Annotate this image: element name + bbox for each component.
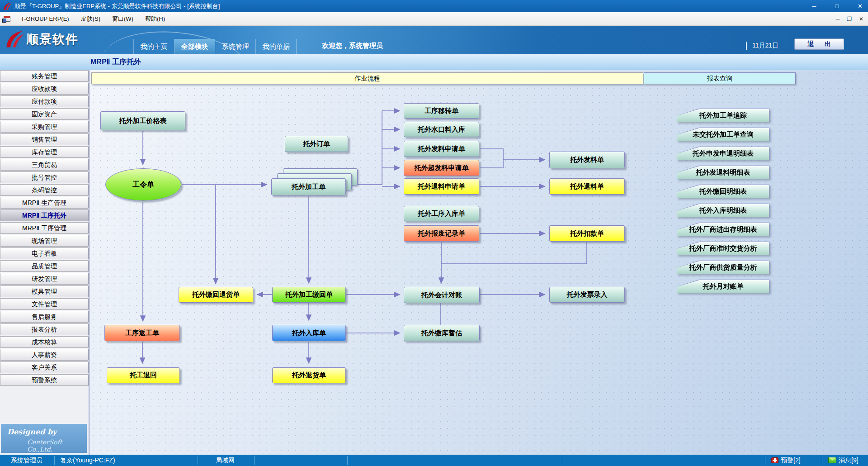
sidebar-item-after-sales[interactable]: 售后服务 — [0, 311, 89, 323]
report-button-issue-return-detail[interactable]: 托外发退料明细表 — [677, 166, 769, 179]
module-sidebar: 账务管理 应收款项 应付款项 固定资产 采购管理 销售管理 库存管理 三角贸易 … — [0, 70, 90, 455]
report-button-process-order-tracking[interactable]: 托外加工单追踪 — [677, 109, 769, 122]
report-button-vendor-in-out-stock-detail[interactable]: 托外厂商进出存明细表 — [677, 223, 769, 236]
child-restore-button[interactable]: ❐ — [847, 16, 852, 22]
flow-node-process-handback[interactable]: 托外加工缴回单 — [272, 287, 346, 303]
window-maximize-button[interactable]: □ — [835, 3, 839, 10]
sidebar-item-receivables[interactable]: 应收款项 — [0, 83, 89, 95]
status-network: 局域网 — [216, 455, 235, 466]
window-minimize-button[interactable]: ─ — [812, 3, 816, 10]
sidebar-item-mrp2-outsourcing[interactable]: MRPⅡ 工序托外 — [0, 209, 89, 221]
status-alert[interactable]: 预警[2] — [771, 455, 801, 466]
report-button-vendor-on-time-delivery[interactable]: 托外厂商准时交货分析 — [677, 242, 769, 255]
mdi-child-icon — [4, 16, 10, 22]
sidebar-item-mold[interactable]: 模具管理 — [0, 285, 89, 297]
menu-window[interactable]: 窗口(W) — [106, 12, 139, 26]
shunjing-logo-icon — [3, 2, 12, 11]
sidebar-item-triangle-trade[interactable]: 三角贸易 — [0, 159, 89, 171]
report-button-handback-detail[interactable]: 托外缴回明细表 — [677, 185, 769, 198]
tab-my-documents[interactable]: 我的单据 — [256, 39, 297, 54]
main-nav-tabs: 我的主页 全部模块 系统管理 我的单据 — [133, 39, 297, 54]
menu-help[interactable]: 帮助(H) — [139, 12, 171, 26]
tab-system-management[interactable]: 系统管理 — [215, 39, 256, 54]
flow-node-deduction-note[interactable]: 托外扣款单 — [549, 225, 625, 242]
flow-node-scrap-record[interactable]: 托外报废记录单 — [404, 225, 479, 242]
child-close-button[interactable]: ✕ — [859, 16, 863, 22]
window-title: 顺景『T-GROUP』制造业ERP系统 - 东莞顺景软件科技有限公司 - [系统… — [14, 2, 220, 10]
sidebar-item-hr-payroll[interactable]: 人事薪资 — [0, 349, 89, 361]
sidebar-item-barcode-control[interactable]: 条码管控 — [0, 184, 89, 196]
flow-node-invoice-entry[interactable]: 托外发票录入 — [549, 287, 625, 303]
first-aid-kit-icon — [771, 457, 778, 463]
current-date: 11月21日 — [746, 42, 778, 50]
brand-name: 顺景软件 — [26, 31, 79, 48]
flow-node-return-apply[interactable]: 托外退料申请单 — [404, 178, 479, 195]
flow-node-handback-return-goods[interactable]: 托外缴回退货单 — [179, 287, 253, 303]
sidebar-item-inventory[interactable]: 库存管理 — [0, 146, 89, 158]
flow-node-outsource-order[interactable]: 托外订单 — [285, 136, 348, 152]
window-titlebar: 顺景『T-GROUP』制造业ERP系统 - 东莞顺景软件科技有限公司 - [系统… — [0, 0, 868, 12]
flow-node-return-goods[interactable]: 托外退货单 — [272, 367, 346, 383]
report-button-apply-issue-return-detail[interactable]: 托外申发申退明细表 — [677, 147, 769, 160]
menu-skin[interactable]: 皮肤(S) — [75, 12, 106, 26]
sidebar-item-mrp2-process[interactable]: MRPⅡ 工序管理 — [0, 222, 89, 234]
flow-node-warehouse-in[interactable]: 托外入库单 — [272, 325, 346, 341]
menu-bar: T-GROUP ERP(E) 皮肤(S) 窗口(W) 帮助(H) ─ ❐ ✕ — [0, 12, 868, 26]
tab-all-modules[interactable]: 全部模块 — [175, 39, 215, 54]
flow-node-accounting-reconcile[interactable]: 托外会计对账 — [404, 287, 480, 303]
status-bar: 系统管理员 复杂(Young-PC:FZ) 局域网 预警[2] 消息[9] — [0, 455, 868, 466]
top-banner: 顺景软件 我的主页 全部模块 系统管理 我的单据 欢迎您，系统管理员 11月21… — [0, 26, 868, 54]
sidebar-item-payables[interactable]: 应付款项 — [0, 95, 89, 107]
band-work-flow: 作业流程 — [91, 72, 643, 84]
sidebar-item-quality[interactable]: 品质管理 — [0, 260, 89, 272]
tab-my-home[interactable]: 我的主页 — [134, 39, 175, 54]
flow-node-warehouse-accrual[interactable]: 托外缴库暂估 — [404, 325, 480, 341]
flow-node-outsource-process-order[interactable]: 托外加工单 — [271, 178, 346, 195]
welcome-text: 欢迎您，系统管理员 — [322, 42, 383, 50]
sidebar-item-costing[interactable]: 成本核算 — [0, 336, 89, 348]
designed-by-text: Designed by — [1, 424, 87, 436]
report-button-undelivered-order-query[interactable]: 未交托外加工单查询 — [677, 128, 769, 141]
sidebar-item-mrp2-production[interactable]: MRPⅡ 生产管理 — [0, 197, 89, 209]
flow-node-process-warehouse-in[interactable]: 托外工序入库单 — [404, 206, 479, 221]
report-button-monthly-statement[interactable]: 托外月对账单 — [677, 280, 769, 293]
designed-by-panel: Designed by CenterSoft Co.,Ltd. — [1, 424, 87, 453]
sidebar-item-accounting[interactable]: 账务管理 — [0, 70, 89, 82]
erp-application-window: 顺景『T-GROUP』制造业ERP系统 - 东莞顺景软件科技有限公司 - [系统… — [0, 0, 868, 466]
flow-node-over-issue-apply[interactable]: 托外超发料申请单 — [404, 160, 479, 176]
logout-button[interactable]: 退 出 — [794, 38, 844, 50]
flow-node-issue-note[interactable]: 托外发料单 — [549, 152, 625, 168]
band-report-query: 报表查询 — [644, 72, 796, 84]
sidebar-item-purchasing[interactable]: 采购管理 — [0, 121, 89, 133]
flow-node-process-rework[interactable]: 工序返工单 — [104, 325, 180, 341]
status-user: 系统管理员 — [11, 455, 42, 466]
flow-node-price-table[interactable]: 托外加工价格表 — [100, 111, 185, 130]
envelope-icon — [828, 457, 836, 463]
sidebar-item-shopfloor[interactable]: 现场管理 — [0, 235, 89, 247]
brand-block: 顺景软件 — [5, 29, 79, 49]
flow-node-process-transfer[interactable]: 工序移转单 — [404, 103, 479, 119]
report-button-vendor-supply-quality[interactable]: 托外厂商供货质量分析 — [677, 261, 769, 274]
report-button-warehouse-in-detail[interactable]: 托外入库明细表 — [677, 204, 769, 217]
menu-tgroup-erp[interactable]: T-GROUP ERP(E) — [15, 12, 75, 26]
window-close-button[interactable]: ✕ — [858, 3, 863, 10]
sidebar-item-sales[interactable]: 销售管理 — [0, 133, 89, 145]
flow-node-return-note[interactable]: 托外退料单 — [549, 178, 625, 195]
sidebar-item-fixed-assets[interactable]: 固定资产 — [0, 108, 89, 120]
company-text: CenterSoft Co.,Ltd. — [1, 436, 87, 453]
child-minimize-button[interactable]: ─ — [836, 16, 840, 22]
sidebar-item-alert-system[interactable]: 预警系统 — [0, 374, 89, 386]
sidebar-item-e-kanban[interactable]: 电子看板 — [0, 247, 89, 259]
flow-node-issue-apply[interactable]: 托外发料申请单 — [404, 141, 479, 157]
sidebar-item-crm[interactable]: 客户关系 — [0, 361, 89, 373]
status-message[interactable]: 消息[9] — [828, 455, 859, 466]
sidebar-item-report-analysis[interactable]: 报表分析 — [0, 323, 89, 335]
sidebar-item-lot-control[interactable]: 批号管控 — [0, 171, 89, 183]
shunjing-logo-icon — [5, 29, 24, 49]
sidebar-item-rnd[interactable]: 研发管理 — [0, 273, 89, 285]
page-header-bar: MRPⅡ 工序托外 — [0, 54, 868, 70]
sidebar-item-document[interactable]: 文件管理 — [0, 298, 89, 310]
flow-node-outwork-return[interactable]: 托工退回 — [107, 367, 180, 383]
flow-node-work-order[interactable]: 工令单 — [105, 168, 181, 201]
flow-node-water-gate-in[interactable]: 托外水口料入库 — [404, 122, 479, 137]
